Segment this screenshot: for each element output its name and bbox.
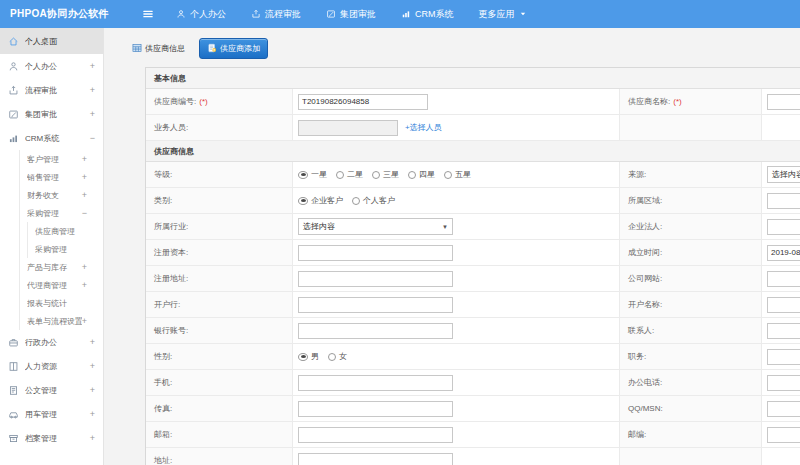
registered-address-input[interactable] [298, 271, 453, 287]
tab-supplier-add[interactable]: 供应商添加 [199, 38, 268, 59]
sidebar-item-label: 用车管理 [25, 409, 90, 420]
expand-icon[interactable]: + [82, 316, 87, 326]
label-cell: 来源: [620, 162, 762, 187]
supplier-code-input[interactable] [298, 94, 428, 110]
position-input[interactable] [767, 349, 800, 365]
sidebar-item-personal-office[interactable]: 个人办公+ [0, 54, 103, 78]
nav-personal-office[interactable]: 个人办公 [176, 8, 226, 21]
email-input[interactable] [298, 427, 453, 443]
form-row: 银行账号:联系人: [146, 318, 800, 344]
mobile-input[interactable] [298, 375, 453, 391]
sidebar-item-sales-mgmt[interactable]: 销售管理+ [0, 168, 103, 186]
sidebar-item-personal-desktop[interactable]: 个人桌面 [0, 28, 103, 54]
field-label: 所属区域: [628, 195, 662, 206]
label-cell [620, 115, 762, 140]
bank-branch-input[interactable] [298, 297, 453, 313]
field-label: 供应商名称: [628, 96, 670, 107]
expand-icon[interactable]: + [90, 433, 95, 443]
nav-more-apps[interactable]: 更多应用 [479, 8, 527, 21]
required-marker: (*) [199, 97, 207, 106]
industry-select[interactable]: 选择内容▼ [298, 218, 453, 235]
collapse-icon[interactable]: − [82, 208, 87, 218]
address-input[interactable] [298, 453, 453, 465]
qq-msn-input[interactable] [767, 401, 800, 417]
expand-icon[interactable]: + [82, 262, 87, 272]
bank-account-input[interactable] [298, 323, 453, 339]
nav-workflow-approval[interactable]: 流程审批 [251, 8, 301, 21]
expand-icon[interactable]: + [82, 190, 87, 200]
sidebar-item-document-mgmt[interactable]: 公文管理+ [0, 378, 103, 402]
expand-icon[interactable]: + [90, 385, 95, 395]
registered-capital-input[interactable] [298, 245, 453, 261]
field-label: 地址: [154, 455, 172, 465]
office-phone-input[interactable] [767, 375, 800, 391]
nav-label: 流程审批 [265, 8, 301, 21]
founded-date-input[interactable] [767, 245, 800, 261]
sidebar-item-purchasing[interactable]: 采购管理 [0, 240, 103, 258]
expand-icon[interactable]: + [90, 61, 95, 71]
sidebar-item-finance-income-expense[interactable]: 财务收支+ [0, 186, 103, 204]
expand-icon[interactable]: + [90, 337, 95, 347]
sidebar-item-human-resources[interactable]: 人力资源+ [0, 354, 103, 378]
sidebar-item-label: 采购管理 [27, 208, 82, 219]
expand-icon[interactable]: + [90, 409, 95, 419]
home-icon [8, 36, 19, 47]
gender-radio-0[interactable]: 男 [298, 351, 319, 362]
contact-person-input[interactable] [767, 323, 800, 339]
menu-icon[interactable] [142, 8, 154, 20]
sidebar-item-product-inventory[interactable]: 产品与库存+ [0, 258, 103, 276]
company-website-input[interactable] [767, 271, 800, 287]
sidebar-item-purchase-mgmt[interactable]: 采购管理− [0, 204, 103, 222]
sidebar-item-reports-stats[interactable]: 报表与统计 [0, 294, 103, 312]
category-radio-1[interactable]: 个人客户 [352, 195, 395, 206]
level-radio-1[interactable]: 二星 [336, 169, 363, 180]
expand-icon[interactable]: + [90, 361, 95, 371]
sidebar-item-archive-mgmt[interactable]: 档案管理+ [0, 426, 103, 450]
sidebar-item-label: 个人办公 [25, 61, 90, 72]
sidebar-item-customer-mgmt[interactable]: 客户管理+ [0, 150, 103, 168]
expand-icon[interactable]: + [82, 154, 87, 164]
sidebar-item-vehicle-mgmt[interactable]: 用车管理+ [0, 402, 103, 426]
field-cell [762, 396, 800, 421]
level-radio-3[interactable]: 四星 [408, 169, 435, 180]
sidebar-item-workflow-approval[interactable]: 流程审批+ [0, 78, 103, 102]
gender-radio-1[interactable]: 女 [328, 351, 347, 362]
fax-input[interactable] [298, 401, 453, 417]
label-cell: 注册地址: [146, 266, 293, 291]
account-name-input[interactable] [767, 297, 800, 313]
source-select[interactable]: 选择内容▼ [767, 166, 800, 183]
form-row: 业务人员:+选择人员 [146, 115, 800, 141]
label-cell: 邮箱: [146, 422, 293, 447]
sidebar-item-admin-office[interactable]: 行政办公+ [0, 330, 103, 354]
level-radio-2[interactable]: 三星 [372, 169, 399, 180]
tab-label: 供应商添加 [220, 43, 260, 54]
sidebar-item-group-approval[interactable]: 集团审批+ [0, 102, 103, 126]
sidebar-item-crm-system[interactable]: CRM系统− [0, 126, 103, 150]
label-cell: QQ/MSN: [620, 396, 762, 421]
level-radio-0[interactable]: 一星 [298, 169, 327, 180]
label-cell: 传真: [146, 396, 293, 421]
nav-crm-system[interactable]: CRM系统 [401, 8, 454, 21]
tab-supplier-info[interactable]: 供应商信息 [124, 38, 193, 59]
sidebar-item-label: 流程审批 [25, 85, 90, 96]
business-person-picker-link[interactable]: +选择人员 [405, 122, 442, 133]
legal-person-input[interactable] [767, 219, 800, 235]
expand-icon[interactable]: + [90, 85, 95, 95]
zip-code-input[interactable] [767, 427, 800, 443]
collapse-icon[interactable]: − [90, 133, 95, 143]
form-row: 等级:一星二星三星四星五星来源:选择内容▼ [146, 162, 800, 188]
supplier-name-input[interactable] [767, 94, 800, 110]
sidebar-item-label: 人力资源 [25, 361, 90, 372]
region-input[interactable] [767, 193, 800, 209]
nav-group-approval[interactable]: 集团审批 [326, 8, 376, 21]
business-person-input[interactable] [298, 120, 398, 136]
expand-icon[interactable]: + [90, 109, 95, 119]
sidebar-item-supplier-mgmt[interactable]: 供应商管理 [0, 222, 103, 240]
expand-icon[interactable]: + [82, 172, 87, 182]
level-radio-4[interactable]: 五星 [444, 169, 471, 180]
sidebar-item-agent-mgmt[interactable]: 代理商管理+ [0, 276, 103, 294]
category-radio-0[interactable]: 企业客户 [298, 195, 343, 206]
sidebar-item-form-flow-settings[interactable]: 表单与流程设置+ [0, 312, 103, 330]
radio-icon [298, 353, 308, 361]
expand-icon[interactable]: + [82, 280, 87, 290]
